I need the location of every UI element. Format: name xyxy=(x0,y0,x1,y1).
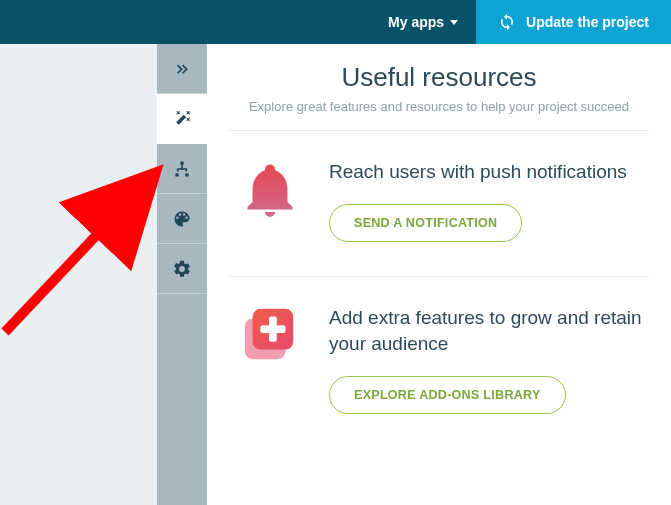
rail-item-design[interactable] xyxy=(157,194,207,244)
my-apps-label: My apps xyxy=(388,14,444,30)
addons-icon xyxy=(235,305,305,414)
update-project-button[interactable]: Update the project xyxy=(476,0,671,44)
rail-item-hierarchy[interactable] xyxy=(157,144,207,194)
side-rail xyxy=(157,44,207,505)
annotation-arrow-icon xyxy=(0,114,175,344)
card-addons-body: Add extra features to grow and retain yo… xyxy=(329,305,643,414)
card-addons-title: Add extra features to grow and retain yo… xyxy=(329,305,643,358)
palette-icon xyxy=(172,209,192,229)
chevron-double-right-icon xyxy=(172,59,192,79)
svg-rect-5 xyxy=(260,325,285,333)
card-push-title: Reach users with push notifications xyxy=(329,159,643,186)
svg-line-1 xyxy=(5,186,143,332)
card-push: Reach users with push notifications SEND… xyxy=(229,131,649,277)
send-notification-button[interactable]: SEND A NOTIFICATION xyxy=(329,204,522,242)
explore-addons-button[interactable]: EXPLORE ADD-ONS LIBRARY xyxy=(329,376,566,414)
caret-down-icon xyxy=(450,20,458,25)
gear-icon xyxy=(172,259,192,279)
sitemap-icon xyxy=(172,159,192,179)
content-panel: Useful resources Explore great features … xyxy=(207,44,671,505)
rail-item-wizard[interactable] xyxy=(157,94,207,144)
my-apps-dropdown[interactable]: My apps xyxy=(370,0,476,44)
update-project-label: Update the project xyxy=(526,14,649,30)
page-title: Useful resources xyxy=(229,62,649,93)
rail-expand[interactable] xyxy=(157,44,207,94)
page-subtitle: Explore great features and resources to … xyxy=(229,99,649,131)
refresh-icon xyxy=(498,13,516,31)
card-push-body: Reach users with push notifications SEND… xyxy=(329,159,643,242)
magic-wand-icon xyxy=(172,109,192,129)
top-bar: My apps Update the project xyxy=(0,0,671,44)
left-gutter xyxy=(0,44,157,505)
main-body: Useful resources Explore great features … xyxy=(0,44,671,505)
card-addons: Add extra features to grow and retain yo… xyxy=(229,277,649,448)
rail-item-settings[interactable] xyxy=(157,244,207,294)
bell-icon xyxy=(235,159,305,242)
